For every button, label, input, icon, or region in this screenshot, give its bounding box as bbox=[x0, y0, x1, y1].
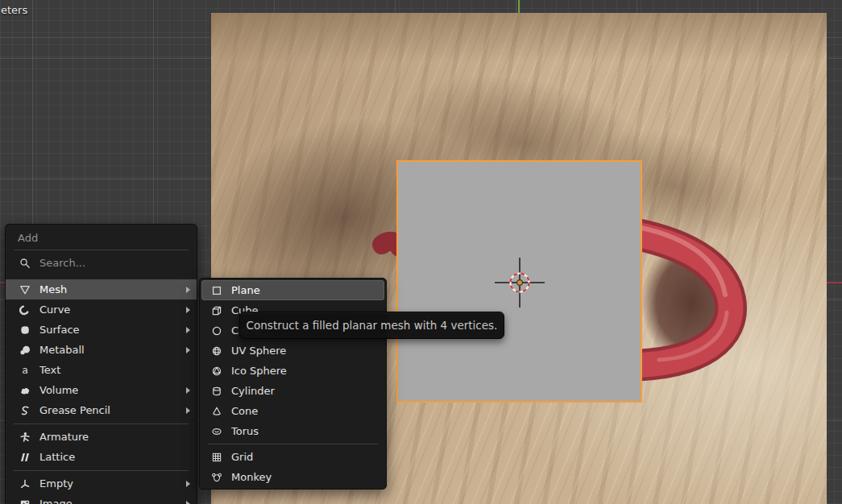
search-icon bbox=[17, 257, 33, 270]
cylinder-icon bbox=[209, 385, 225, 398]
submenu-item-label: Cylinder bbox=[231, 385, 380, 397]
submenu-arrow-icon bbox=[186, 327, 190, 333]
submenu-item-uv-sphere[interactable]: UV Sphere bbox=[201, 341, 384, 361]
submenu-item-grid[interactable]: Grid bbox=[201, 447, 384, 467]
add-menu: Add Search... Mesh Curve Surface Metabal… bbox=[5, 224, 197, 504]
menu-item-label: Lattice bbox=[39, 451, 190, 463]
menu-item-label: Mesh bbox=[39, 283, 186, 295]
cone-icon bbox=[209, 405, 225, 418]
metaball-icon bbox=[17, 344, 33, 357]
menu-item-volume[interactable]: Volume bbox=[6, 380, 197, 400]
menu-separator bbox=[14, 470, 189, 471]
menu-item-image[interactable]: Image bbox=[6, 494, 197, 504]
submenu-item-label: Cone bbox=[231, 405, 380, 417]
menu-item-empty[interactable]: Empty bbox=[6, 473, 197, 494]
submenu-arrow-icon bbox=[186, 347, 190, 353]
submenu-item-monkey[interactable]: Monkey bbox=[201, 467, 384, 487]
submenu-item-label: UV Sphere bbox=[231, 345, 380, 357]
submenu-arrow-icon bbox=[186, 407, 190, 414]
menu-item-label: Surface bbox=[39, 324, 186, 336]
menu-item-label: Text bbox=[39, 364, 190, 376]
circle-icon bbox=[209, 324, 225, 337]
menu-item-label: Grease Pencil bbox=[39, 404, 186, 416]
submenu-arrow-icon bbox=[186, 307, 190, 313]
search-placeholder: Search... bbox=[39, 257, 190, 269]
menu-item-label: Metaball bbox=[39, 344, 186, 356]
add-menu-title: Add bbox=[6, 229, 197, 247]
menu-item-grease-pencil[interactable]: Grease Pencil bbox=[6, 400, 197, 420]
surface-icon bbox=[17, 324, 33, 337]
text-icon bbox=[17, 364, 33, 377]
submenu-item-plane[interactable]: Plane bbox=[201, 280, 384, 300]
mesh-icon bbox=[17, 283, 33, 296]
uv-sphere-icon bbox=[209, 345, 225, 357]
menu-item-armature[interactable]: Armature bbox=[6, 427, 197, 447]
menu-item-search[interactable]: Search... bbox=[6, 253, 197, 273]
submenu-item-label: Torus bbox=[231, 425, 380, 437]
volume-icon bbox=[17, 384, 33, 397]
submenu-arrow-icon bbox=[186, 501, 190, 504]
menu-item-label: Curve bbox=[39, 304, 186, 316]
submenu-arrow-icon bbox=[186, 481, 190, 487]
menu-item-curve[interactable]: Curve bbox=[6, 300, 197, 320]
submenu-item-label: Grid bbox=[231, 451, 380, 463]
plane-icon bbox=[209, 284, 225, 297]
armature-icon bbox=[17, 431, 33, 444]
submenu-item-cone[interactable]: Cone bbox=[201, 401, 384, 421]
ico-sphere-icon bbox=[209, 365, 225, 378]
tooltip: Construct a filled planar mesh with 4 ve… bbox=[239, 312, 504, 339]
mesh-submenu: Plane Cube Circle UV Sphere Ico Sphere C… bbox=[199, 278, 387, 490]
blender-3d-viewport[interactable]: eters bbox=[0, 0, 842, 504]
grid-icon bbox=[209, 451, 225, 464]
image-icon bbox=[17, 498, 33, 504]
tooltip-text: Construct a filled planar mesh with 4 ve… bbox=[247, 319, 498, 332]
menu-item-metaball[interactable]: Metaball bbox=[6, 340, 197, 360]
submenu-item-label: Plane bbox=[231, 284, 380, 296]
submenu-item-torus[interactable]: Torus bbox=[201, 421, 384, 441]
3d-cursor bbox=[492, 255, 547, 310]
submenu-item-label: Monkey bbox=[231, 471, 380, 483]
monkey-icon bbox=[209, 471, 225, 484]
y-axis-line bbox=[518, 0, 520, 13]
submenu-item-label: Ico Sphere bbox=[231, 365, 380, 377]
cube-icon bbox=[209, 304, 225, 317]
menu-item-text[interactable]: Text bbox=[6, 360, 197, 380]
menu-item-surface[interactable]: Surface bbox=[6, 320, 197, 340]
lattice-icon bbox=[17, 451, 33, 464]
x-axis-line-right bbox=[827, 282, 842, 283]
menu-item-label: Armature bbox=[39, 431, 190, 443]
menu-item-label: Image bbox=[39, 498, 186, 504]
curve-icon bbox=[17, 304, 33, 316]
submenu-item-ico-sphere[interactable]: Ico Sphere bbox=[201, 361, 384, 381]
torus-icon bbox=[209, 425, 225, 438]
menu-separator bbox=[14, 423, 189, 424]
submenu-item-cylinder[interactable]: Cylinder bbox=[201, 381, 384, 401]
submenu-arrow-icon bbox=[186, 287, 190, 293]
menu-item-mesh[interactable]: Mesh bbox=[6, 279, 197, 300]
viewport-overlay-text: eters bbox=[1, 4, 27, 16]
grease-pencil-icon bbox=[17, 404, 33, 417]
menu-item-lattice[interactable]: Lattice bbox=[6, 447, 197, 467]
menu-item-label: Volume bbox=[39, 384, 186, 396]
empty-icon bbox=[17, 477, 33, 490]
submenu-arrow-icon bbox=[186, 387, 190, 394]
menu-separator bbox=[208, 444, 378, 444]
menu-item-label: Empty bbox=[39, 477, 186, 490]
menu-separator bbox=[14, 250, 189, 250]
